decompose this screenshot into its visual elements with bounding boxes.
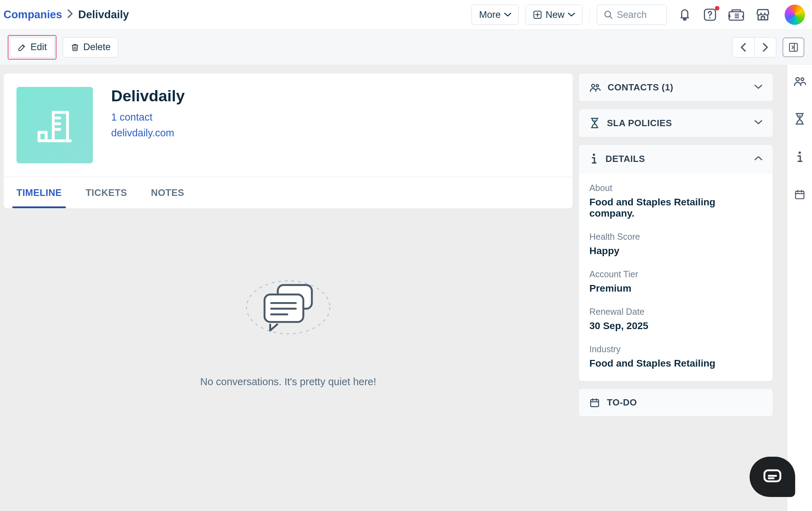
content-area: Delivdaily 1 contact delivdaily.com TIME…	[0, 65, 812, 511]
details-panel-title: DETAILS	[605, 154, 645, 164]
details-renewal-value: 30 Sep, 2025	[589, 320, 762, 332]
side-panels: CONTACTS (1) SLA POLICIES DETAILS	[578, 73, 773, 511]
company-domain-link[interactable]: delivdaily.com	[111, 127, 185, 139]
tab-notes[interactable]: NOTES	[151, 177, 184, 208]
svg-point-11	[593, 154, 595, 156]
more-button[interactable]: More	[472, 5, 519, 25]
svg-rect-16	[796, 191, 804, 199]
notifications-icon[interactable]	[677, 7, 692, 22]
side-calendar-icon[interactable]	[794, 189, 805, 202]
details-panel-header[interactable]: DETAILS	[579, 145, 773, 173]
chevron-down-icon	[504, 12, 511, 17]
chevron-up-icon	[755, 156, 762, 162]
chevron-down-icon	[755, 84, 762, 91]
breadcrumb: Companies Delivdaily	[4, 8, 465, 21]
side-contacts-icon[interactable]	[793, 76, 806, 88]
hourglass-icon	[589, 117, 600, 129]
svg-point-15	[799, 151, 801, 154]
tickets-icon[interactable]	[728, 8, 745, 22]
delete-label: Delete	[83, 42, 111, 53]
search-input[interactable]	[617, 9, 659, 20]
avatar[interactable]	[785, 5, 805, 25]
details-health-value: Happy	[589, 245, 762, 257]
delete-button[interactable]: Delete	[63, 37, 118, 57]
chat-icon	[763, 468, 782, 486]
new-button[interactable]: New	[526, 5, 582, 25]
todo-panel: TO-DO	[578, 388, 773, 417]
breadcrumb-current: Delivdaily	[78, 8, 129, 21]
details-industry-value: Food and Staples Retailing	[589, 358, 762, 369]
chat-widget-button[interactable]	[750, 457, 795, 497]
chevron-right-icon	[67, 9, 73, 21]
empty-chat-icon	[4, 258, 573, 352]
details-about-value: Food and Staples Retailing company.	[589, 197, 762, 219]
divider	[589, 7, 590, 22]
edit-button[interactable]: Edit	[10, 37, 54, 57]
pencil-icon	[17, 42, 27, 52]
people-icon	[589, 83, 601, 93]
sla-panel-header[interactable]: SLA POLICIES	[579, 109, 773, 137]
help-icon[interactable]	[703, 7, 717, 22]
toolbar: Edit Delete	[0, 30, 812, 65]
contacts-panel: CONTACTS (1)	[578, 73, 773, 102]
svg-point-3	[709, 17, 710, 19]
svg-point-10	[596, 84, 598, 87]
building-icon	[32, 102, 77, 148]
trash-icon	[70, 42, 80, 52]
company-logo	[16, 87, 93, 163]
empty-state: No conversations. It's pretty quiet here…	[4, 258, 573, 388]
plus-box-icon	[533, 10, 542, 19]
search-box[interactable]	[597, 5, 667, 25]
svg-point-13	[796, 77, 799, 81]
edit-label: Edit	[31, 42, 47, 53]
sla-panel-title: SLA POLICIES	[607, 118, 672, 129]
contact-count-link[interactable]: 1 contact	[111, 111, 185, 123]
chevron-down-icon	[755, 120, 762, 126]
info-icon	[589, 153, 598, 164]
todo-panel-header[interactable]: TO-DO	[579, 389, 773, 416]
details-about-label: About	[589, 183, 762, 193]
contacts-panel-title: CONTACTS (1)	[608, 82, 674, 93]
details-industry-label: Industry	[589, 344, 762, 354]
tab-timeline[interactable]: TIMELINE	[16, 177, 62, 208]
details-renewal-label: Renewal Date	[589, 307, 762, 317]
right-sidebar	[787, 65, 812, 511]
chevron-down-icon	[568, 12, 575, 17]
notification-dot-icon	[715, 6, 719, 11]
marketplace-icon[interactable]	[755, 7, 771, 22]
side-sla-icon[interactable]	[794, 113, 805, 127]
topbar: Companies Delivdaily More New	[0, 0, 812, 30]
sla-panel: SLA POLICIES	[578, 109, 773, 137]
calendar-icon	[589, 397, 600, 408]
tab-tickets[interactable]: TICKETS	[86, 177, 127, 208]
contacts-panel-header[interactable]: CONTACTS (1)	[579, 74, 773, 101]
prev-record-button[interactable]	[732, 38, 754, 57]
search-icon	[603, 10, 613, 20]
svg-rect-12	[591, 400, 599, 407]
todo-panel-title: TO-DO	[607, 397, 637, 408]
company-name: Delivdaily	[111, 87, 185, 105]
empty-state-text: No conversations. It's pretty quiet here…	[4, 376, 573, 388]
new-label: New	[546, 9, 564, 20]
company-card: Delivdaily 1 contact delivdaily.com	[4, 73, 573, 177]
top-actions: More New	[472, 5, 805, 25]
breadcrumb-root-link[interactable]: Companies	[4, 8, 62, 21]
collapse-panel-button[interactable]	[783, 38, 804, 57]
next-record-button[interactable]	[754, 38, 776, 57]
record-pager	[732, 37, 776, 57]
details-health-label: Health Score	[589, 232, 762, 242]
svg-point-9	[591, 84, 595, 87]
details-panel: DETAILS About Food and Staples Retailing…	[578, 144, 773, 381]
side-info-icon[interactable]	[795, 151, 804, 164]
more-label: More	[479, 9, 501, 20]
tabs: TIMELINE TICKETS NOTES	[4, 177, 573, 209]
details-tier-value: Premium	[589, 283, 762, 294]
svg-point-14	[801, 78, 804, 81]
details-tier-label: Account Tier	[589, 269, 762, 279]
